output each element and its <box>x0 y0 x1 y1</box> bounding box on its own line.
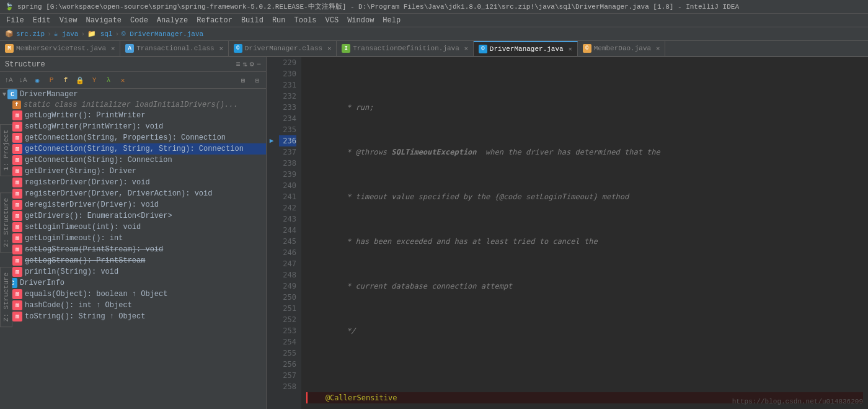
ln-242: 242 <box>279 202 296 213</box>
tree-item-drivermanager-class[interactable]: ▼ C DriverManager <box>0 89 266 100</box>
menu-edit[interactable]: Edit <box>29 15 55 26</box>
tree-item-tostring[interactable]: m toString(): String ↑ Object <box>0 311 266 322</box>
menu-view[interactable]: View <box>56 15 81 26</box>
toolbar-lambda-icon[interactable]: λ <box>102 74 115 86</box>
tab-memberdao[interactable]: © MemberDao.java ✕ <box>578 41 665 56</box>
code-line-233: * current database connection attempt <box>306 281 863 292</box>
tab-close-memberdao[interactable]: ✕ <box>656 45 660 52</box>
tab-close-drivermanagerclass[interactable]: ✕ <box>327 45 331 52</box>
tree-item-static-init[interactable]: f static class initializer loadInitialDr… <box>0 100 266 110</box>
code-line-231: * timeout value specified by the {@code … <box>306 191 863 202</box>
toolbar-show-methods[interactable]: f <box>60 74 72 86</box>
ln-245: 245 <box>279 236 296 247</box>
tab-close-transactional[interactable]: ✕ <box>219 45 223 52</box>
ln-239: 239 <box>279 169 296 180</box>
breadcrumb-file[interactable]: © DriverManager.java <box>122 30 203 38</box>
tab-icon-memberdao: © <box>583 44 591 53</box>
side-tab-project[interactable]: 1: Project <box>0 124 12 176</box>
gutter-237 <box>267 146 277 158</box>
toolbar-filter-icon[interactable]: ✕ <box>117 74 129 86</box>
structure-close-icon[interactable]: − <box>257 60 261 69</box>
tab-close-transactiondefinition[interactable]: ✕ <box>464 45 468 52</box>
tree-item-registerdriver[interactable]: m registerDriver(Driver): void <box>0 177 266 188</box>
method-label-getlogstream: getLogStream(): PrintStream <box>25 256 145 265</box>
tree-item-getdriver[interactable]: m getDriver(String): Driver <box>0 166 266 177</box>
menu-build[interactable]: Build <box>237 15 267 26</box>
gutter-253 <box>267 325 277 336</box>
tree-item-deregisterdriver[interactable]: m deregisterDriver(Driver): void <box>0 199 266 210</box>
method-icon-getdrivers: m <box>12 211 22 221</box>
toolbar-expand-all[interactable]: ⊞ <box>237 74 249 86</box>
toolbar-lock-icon[interactable]: 🔒 <box>74 74 86 86</box>
gutter-252 <box>267 314 277 325</box>
gutter-249 <box>267 281 277 292</box>
structure-sort-icon[interactable]: ⇅ <box>242 60 247 69</box>
tab-memberservicetest[interactable]: M MemberServiceTest.java ✕ <box>0 41 120 56</box>
ln-235: 235 <box>279 124 296 135</box>
menu-tools[interactable]: Tools <box>291 15 321 26</box>
static-init-icon: f <box>12 101 21 109</box>
code-lines[interactable]: * run; * @throws SQLTimeoutException whe… <box>301 57 868 409</box>
tab-transactiondefinition[interactable]: I TransactionDefinition.java ✕ <box>337 41 474 56</box>
toolbar-show-props[interactable]: P <box>45 74 58 86</box>
menu-run[interactable]: Run <box>268 15 290 26</box>
menu-file[interactable]: File <box>2 15 28 26</box>
structure-panel: Structure ≡ ⇅ ⚙ − ↑A ↓A ◉ P f 🔒 Y λ ✕ ⊞ … <box>0 57 267 409</box>
side-tab-z[interactable]: Z: Structure <box>0 267 12 327</box>
structure-align-icon[interactable]: ≡ <box>236 60 240 69</box>
method-label-getdrivers: getDrivers(): Enumeration<Driver> <box>25 212 172 220</box>
menu-window[interactable]: Window <box>343 15 378 26</box>
tree-item-getlogstream[interactable]: m getLogStream(): PrintStream <box>0 255 266 266</box>
menu-help[interactable]: Help <box>379 15 404 26</box>
toolbar-sort-alpha-asc[interactable]: ↑A <box>2 74 15 86</box>
ln-237: 237 <box>279 146 296 158</box>
toolbar-collapse-all[interactable]: ⊟ <box>251 74 264 86</box>
tab-icon-drivermanager: © <box>479 45 487 53</box>
tab-drivermanagerclass[interactable]: © DriverManager.class ✕ <box>229 41 337 56</box>
tab-transactional[interactable]: A Transactional.class ✕ <box>120 41 228 56</box>
breadcrumb-srczip-label[interactable]: src.zip <box>16 30 45 38</box>
menu-navigate[interactable]: Navigate <box>82 15 125 26</box>
gutter-232 <box>267 91 277 102</box>
tree-item-println[interactable]: m println(String): void <box>0 266 266 277</box>
tab-drivermanager[interactable]: © DriverManager.java ✕ <box>474 41 578 56</box>
static-init-label: static class initializer loadInitialDriv… <box>24 101 238 109</box>
tree-item-driverinfo-class[interactable]: ▼ C DriverInfo <box>0 277 266 289</box>
breadcrumb-java[interactable]: ☕ java <box>54 30 79 38</box>
tree-item-setlogstream[interactable]: m setLogStream(PrintStream): void <box>0 244 266 255</box>
breadcrumb-srczip[interactable]: 📦 <box>5 30 14 38</box>
menu-refactor[interactable]: Refactor <box>193 15 236 26</box>
tab-close-memberservicetest[interactable]: ✕ <box>111 45 115 52</box>
code-content[interactable]: ▶ <box>267 57 868 409</box>
structure-settings-icon[interactable]: ⚙ <box>250 60 254 69</box>
menu-analyze[interactable]: Analyze <box>153 15 192 26</box>
tree-item-getlogintimeout[interactable]: m getLoginTimeout(): int <box>0 233 266 244</box>
line-numbers: 229 230 231 232 233 234 235 236 237 238 … <box>277 57 301 409</box>
toolbar-anon-icon[interactable]: Y <box>88 74 100 86</box>
tree-item-setlogwriter[interactable]: m setLogWriter(PrintWriter): void <box>0 121 266 132</box>
toolbar-show-fields[interactable]: ◉ <box>31 74 43 86</box>
tree-item-setlogintimeout[interactable]: m setLoginTimeout(int): void <box>0 222 266 233</box>
tree-item-hashcode[interactable]: m hashCode(): int ↑ Object <box>0 300 266 311</box>
tree-item-equals[interactable]: m equals(Object): boolean ↑ Object <box>0 289 266 300</box>
code-editor: ▶ <box>267 57 868 409</box>
menu-vcs[interactable]: VCS <box>322 15 343 26</box>
ln-229: 229 <box>279 57 296 68</box>
tree-item-getconnection-props[interactable]: m getConnection(String, Properties): Con… <box>0 132 266 143</box>
side-tab-structure[interactable]: 2: Structure <box>0 192 12 253</box>
tree-item-getconnection-string[interactable]: m getConnection(String): Connection <box>0 155 266 166</box>
toolbar-sort-alpha-desc[interactable]: ↓A <box>17 74 29 86</box>
tree-item-getconnection-strings[interactable]: m getConnection(String, String, String):… <box>0 143 266 155</box>
menu-code[interactable]: Code <box>126 15 152 26</box>
method-label-getconnection-string: getConnection(String): Connection <box>25 156 172 164</box>
tree-item-getlogwriter[interactable]: m getLogWriter(): PrintWriter <box>0 110 266 121</box>
chevron-drivermanager[interactable]: ▼ <box>2 91 6 98</box>
breadcrumb-sql[interactable]: 📁 sql <box>87 30 112 38</box>
tab-close-drivermanager[interactable]: ✕ <box>569 45 572 53</box>
method-icon-getconnection-props: m <box>12 133 22 143</box>
main-content: Structure ≡ ⇅ ⚙ − ↑A ↓A ◉ P f 🔒 Y λ ✕ ⊞ … <box>0 57 868 409</box>
tree-item-registerdriver-action[interactable]: m registerDriver(Driver, DriverAction): … <box>0 188 266 199</box>
method-icon-getdriver: m <box>12 166 22 176</box>
gutter-244 <box>267 225 277 236</box>
tree-item-getdrivers[interactable]: m getDrivers(): Enumeration<Driver> <box>0 210 266 222</box>
